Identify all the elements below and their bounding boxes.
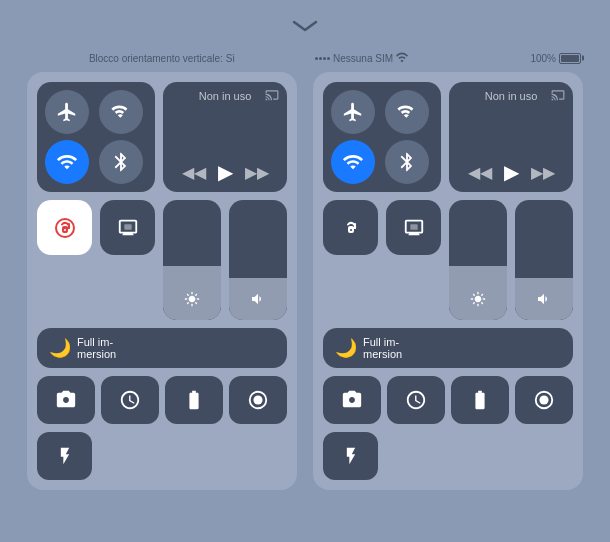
svg-rect-3	[124, 224, 131, 230]
top-chevron[interactable]	[290, 14, 320, 40]
right-play-button[interactable]: ▶	[504, 160, 519, 184]
left-battery-button[interactable]	[165, 376, 223, 424]
airplane-mode-button[interactable]	[45, 90, 89, 134]
left-cast-icon	[265, 88, 279, 105]
left-media-controls: ◀◀ ▶ ▶▶	[171, 160, 279, 184]
left-dnd-button[interactable]: 🌙 Full im- mersion	[37, 328, 287, 368]
right-moon-icon: 🌙	[335, 337, 357, 359]
right-media-title: Non in uso	[457, 90, 565, 102]
left-media-title: Non in uso	[171, 90, 279, 102]
right-wifi-icon	[396, 52, 408, 64]
right-rotation-lock-button[interactable]	[323, 200, 378, 255]
right-wifi-button[interactable]	[331, 140, 375, 184]
left-screen-mirror-button[interactable]	[100, 200, 155, 255]
right-battery-area: 100%	[530, 53, 581, 64]
bluetooth-button[interactable]	[99, 140, 143, 184]
right-screen-record-button[interactable]	[515, 376, 573, 424]
left-moon-icon: 🌙	[49, 337, 71, 359]
left-row-bottom	[37, 376, 287, 424]
right-sim-area: Nessuna SIM	[315, 52, 408, 64]
left-dnd-label: Full im- mersion	[77, 336, 116, 360]
right-media-control: Non in uso ◀◀ ▶ ▶▶	[449, 82, 573, 192]
left-play-button[interactable]: ▶	[218, 160, 233, 184]
right-camera-button[interactable]	[323, 376, 381, 424]
right-row-middle	[323, 200, 573, 320]
right-volume-icon	[536, 291, 552, 310]
right-airplane-mode-button[interactable]	[331, 90, 375, 134]
svg-point-10	[539, 395, 548, 404]
right-connectivity-grid	[323, 82, 441, 192]
left-brightness-slider[interactable]	[163, 200, 221, 320]
right-cast-icon	[551, 88, 565, 105]
right-torch-button[interactable]	[323, 432, 378, 480]
right-volume-slider[interactable]	[515, 200, 573, 320]
panels-wrapper: Blocco orientamento verticale: Sì	[27, 50, 583, 490]
right-dnd-label: Full im- mersion	[363, 336, 402, 360]
right-prev-button[interactable]: ◀◀	[468, 163, 492, 182]
left-clock-button[interactable]	[101, 376, 159, 424]
brightness-icon	[184, 291, 200, 310]
svg-point-7	[350, 229, 352, 231]
left-row-torch	[37, 432, 287, 480]
left-torch-button[interactable]	[37, 432, 92, 480]
right-row-top: Non in uso ◀◀ ▶ ▶▶	[323, 82, 573, 192]
left-screen-record-button[interactable]	[229, 376, 287, 424]
right-clock-button[interactable]	[387, 376, 445, 424]
wifi-button[interactable]	[45, 140, 89, 184]
right-control-panel: Non in uso ◀◀ ▶ ▶▶	[313, 72, 583, 490]
right-row-dnd: 🌙 Full im- mersion	[323, 328, 573, 368]
cellular-button[interactable]	[99, 90, 143, 134]
left-camera-button[interactable]	[37, 376, 95, 424]
left-slider-group	[163, 200, 287, 320]
right-row-torch	[323, 432, 573, 480]
right-cellular-button[interactable]	[385, 90, 429, 134]
volume-icon	[250, 291, 266, 310]
right-bluetooth-button[interactable]	[385, 140, 429, 184]
right-battery-pct: 100%	[530, 53, 556, 64]
left-next-button[interactable]: ▶▶	[245, 163, 269, 182]
left-connectivity-grid	[37, 82, 155, 192]
right-screen-mirror-button[interactable]	[386, 200, 441, 255]
left-row-dnd: 🌙 Full im- mersion	[37, 328, 287, 368]
right-dnd-button[interactable]: 🌙 Full im- mersion	[323, 328, 573, 368]
left-volume-slider[interactable]	[229, 200, 287, 320]
right-status-bar: Nessuna SIM 100%	[313, 50, 583, 66]
svg-point-2	[64, 229, 66, 231]
left-control-panel: Non in uso ◀◀ ▶ ▶▶	[27, 72, 297, 490]
left-rotation-lock-button[interactable]	[37, 200, 92, 255]
right-slider-group	[449, 200, 573, 320]
right-row-bottom	[323, 376, 573, 424]
left-media-control: Non in uso ◀◀ ▶ ▶▶	[163, 82, 287, 192]
svg-point-5	[253, 395, 262, 404]
right-brightness-slider[interactable]	[449, 200, 507, 320]
left-status-text: Blocco orientamento verticale: Sì	[89, 53, 235, 64]
left-prev-button[interactable]: ◀◀	[182, 163, 206, 182]
right-brightness-icon	[470, 291, 486, 310]
right-media-controls: ◀◀ ▶ ▶▶	[457, 160, 565, 184]
left-row-middle	[37, 200, 287, 320]
left-row-top: Non in uso ◀◀ ▶ ▶▶	[37, 82, 287, 192]
left-panel: Blocco orientamento verticale: Sì	[27, 50, 297, 490]
right-next-button[interactable]: ▶▶	[531, 163, 555, 182]
right-sim-label: Nessuna SIM	[333, 53, 393, 64]
right-panel: Nessuna SIM 100%	[313, 50, 583, 490]
left-status-bar: Blocco orientamento verticale: Sì	[27, 50, 297, 66]
right-battery-button[interactable]	[451, 376, 509, 424]
svg-rect-8	[410, 224, 417, 230]
